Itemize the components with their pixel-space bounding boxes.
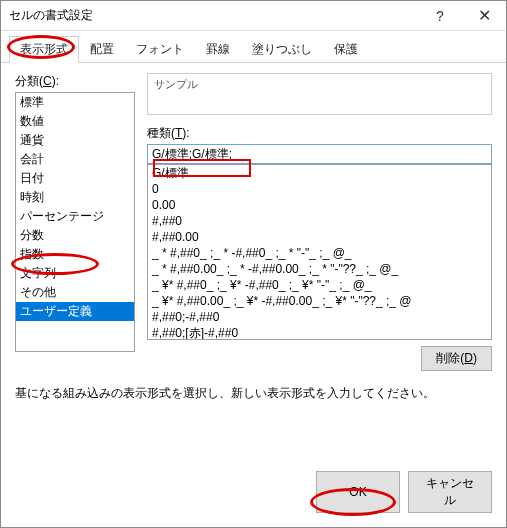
hint-text: 基になる組み込みの表示形式を選択し、新しい表示形式を入力してください。 (15, 385, 492, 402)
category-label: 分類(C): (15, 73, 135, 90)
tab-number-format[interactable]: 表示形式 (9, 36, 79, 63)
list-item[interactable]: 文字列 (16, 264, 134, 283)
format-item[interactable]: #,##0.00 (148, 229, 491, 245)
formats-listbox[interactable]: G/標準00.00#,##0#,##0.00_ * #,##0_ ;_ * -#… (147, 164, 492, 340)
list-item[interactable]: 標準 (16, 93, 134, 112)
list-item[interactable]: 指数 (16, 245, 134, 264)
list-item[interactable]: その他 (16, 283, 134, 302)
type-input[interactable] (147, 144, 492, 164)
sample-label: サンプル (154, 77, 485, 92)
format-item[interactable]: _ ¥* #,##0_ ;_ ¥* -#,##0_ ;_ ¥* "-"_ ;_ … (148, 277, 491, 293)
tab-bar: 表示形式 配置 フォント 罫線 塗りつぶし 保護 (1, 31, 506, 63)
list-item[interactable]: 通貨 (16, 131, 134, 150)
format-item[interactable]: #,##0;[赤]-#,##0 (148, 325, 491, 340)
type-label: 種類(T): (147, 125, 492, 142)
dialog-window: セルの書式設定 ? ✕ 表示形式 配置 フォント 罫線 塗りつぶし 保護 分類(… (0, 0, 507, 528)
sample-box: サンプル (147, 73, 492, 115)
help-button[interactable]: ? (418, 1, 462, 31)
format-item[interactable]: #,##0 (148, 213, 491, 229)
window-title: セルの書式設定 (9, 7, 418, 24)
list-item[interactable]: 分数 (16, 226, 134, 245)
tab-border[interactable]: 罫線 (195, 36, 241, 63)
tab-fill[interactable]: 塗りつぶし (241, 36, 323, 63)
tab-alignment[interactable]: 配置 (79, 36, 125, 63)
format-item[interactable]: _ ¥* #,##0.00_ ;_ ¥* -#,##0.00_ ;_ ¥* "-… (148, 293, 491, 309)
list-item[interactable]: ユーザー定義 (16, 302, 134, 321)
tab-font[interactable]: フォント (125, 36, 195, 63)
list-item[interactable]: 日付 (16, 169, 134, 188)
format-item[interactable]: _ * #,##0_ ;_ * -#,##0_ ;_ * "-"_ ;_ @_ (148, 245, 491, 261)
category-listbox[interactable]: 標準数値通貨会計日付時刻パーセンテージ分数指数文字列その他ユーザー定義 (15, 92, 135, 352)
titlebar: セルの書式設定 ? ✕ (1, 1, 506, 31)
list-item[interactable]: 時刻 (16, 188, 134, 207)
dialog-body: 分類(C): 標準数値通貨会計日付時刻パーセンテージ分数指数文字列その他ユーザー… (1, 63, 506, 412)
format-item[interactable]: G/標準 (148, 165, 491, 181)
cancel-button[interactable]: キャンセル (408, 471, 492, 513)
ok-button[interactable]: OK (316, 471, 400, 513)
list-item[interactable]: 会計 (16, 150, 134, 169)
delete-button[interactable]: 削除(D) (421, 346, 492, 371)
list-item[interactable]: 数値 (16, 112, 134, 131)
format-item[interactable]: _ * #,##0.00_ ;_ * -#,##0.00_ ;_ * "-"??… (148, 261, 491, 277)
format-item[interactable]: 0 (148, 181, 491, 197)
dialog-footer: OK キャンセル (316, 471, 492, 513)
format-item[interactable]: #,##0;-#,##0 (148, 309, 491, 325)
format-item[interactable]: 0.00 (148, 197, 491, 213)
tab-protection[interactable]: 保護 (323, 36, 369, 63)
close-button[interactable]: ✕ (462, 1, 506, 31)
list-item[interactable]: パーセンテージ (16, 207, 134, 226)
